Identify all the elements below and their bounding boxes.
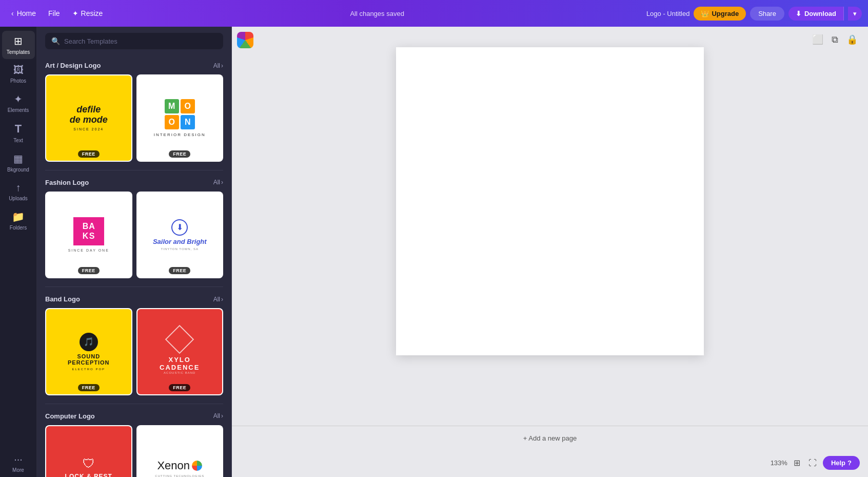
photos-icon: 🖼	[13, 64, 24, 76]
sidebar-item-more[interactable]: ··· More	[2, 449, 35, 477]
fullscreen-button[interactable]: ⛶	[806, 456, 819, 470]
sidebar-item-label: Uploads	[9, 196, 28, 201]
section-band: Band Logo All › 🎵 SOUNDPERCEPTION Electr…	[37, 289, 231, 402]
background-icon: ▦	[13, 152, 23, 165]
chevron-right-icon: ›	[221, 62, 223, 69]
section-all-computer[interactable]: All ›	[213, 412, 223, 419]
lock-button[interactable]: 🔒	[844, 32, 860, 47]
search-bar: 🔍	[37, 27, 231, 55]
free-badge: FREE	[169, 384, 190, 391]
home-button[interactable]: ‹ Home	[6, 6, 41, 21]
templates-panel: 🔍 Art / Design Logo All › defilede mode	[37, 27, 232, 477]
canvas-page	[396, 47, 704, 355]
divider	[45, 287, 223, 287]
resize-button[interactable]: ✦ Resize	[67, 6, 108, 21]
zoom-level: 133%	[771, 459, 787, 467]
canvas-area: ⬜ ⧉ 🔒 + Add a new page 133% ⊞	[232, 27, 868, 477]
free-badge: FREE	[78, 384, 100, 391]
text-icon: T	[15, 122, 22, 136]
document-title: Logo - Untitled	[646, 10, 690, 17]
free-badge: FREE	[78, 150, 100, 158]
sidebar-item-folders[interactable]: 📁 Folders	[2, 206, 35, 235]
section-title-computer: Computer Logo	[45, 412, 95, 420]
template-grid-art-design: defilede mode SINCE 2024 FREE M O O	[45, 74, 223, 162]
sidebar-item-label: More	[12, 467, 24, 473]
free-badge: FREE	[169, 150, 190, 158]
upgrade-button[interactable]: 👑 Upgrade	[694, 7, 746, 21]
chevron-right-icon: ›	[221, 296, 223, 303]
section-title-fashion: Fashion Logo	[45, 179, 89, 186]
multi-page-icon: ⧉	[832, 34, 838, 45]
sidebar-navigation: ⊞ Templates 🖼 Photos ✦ Elements T Text ▦…	[0, 27, 37, 477]
sidebar-item-background[interactable]: ▦ Bkground	[2, 148, 35, 177]
section-title-band: Band Logo	[45, 295, 80, 303]
template-card-sound[interactable]: 🎵 SOUNDPERCEPTION Electro Pop FREE	[45, 308, 132, 395]
share-button[interactable]: Share	[750, 7, 784, 21]
fullscreen-icon: ⛶	[808, 459, 817, 467]
sidebar-item-label: Text	[13, 138, 23, 143]
search-input-wrap: 🔍	[45, 33, 223, 49]
single-page-icon: ⬜	[812, 34, 823, 45]
templates-icon: ⊞	[14, 35, 23, 47]
lock-icon: 🔒	[846, 34, 858, 45]
multi-page-view-button[interactable]: ⧉	[830, 32, 840, 47]
sidebar-item-label: Bkground	[7, 167, 29, 173]
free-badge: FREE	[78, 267, 100, 274]
single-page-view-button[interactable]: ⬜	[810, 32, 825, 47]
download-button[interactable]: ⬇ Download	[788, 7, 844, 21]
top-navigation: ‹ Home File ✦ Resize All changes saved L…	[0, 0, 868, 27]
section-fashion: Fashion Logo All › B A K	[37, 173, 231, 285]
sidebar-item-templates[interactable]: ⊞ Templates	[2, 31, 35, 59]
chevron-right-icon: ›	[221, 412, 223, 419]
section-computer: Computer Logo All › 🛡 LOCK & REST FREE	[37, 406, 231, 478]
search-input[interactable]	[64, 37, 217, 45]
template-card-sailor[interactable]: ⬇ Sailor and Bright Tinyton Town, SA FRE…	[136, 192, 224, 279]
elements-icon: ✦	[14, 93, 23, 105]
section-art-design: Art / Design Logo All › defilede mode SI…	[37, 55, 231, 168]
free-badge: FREE	[169, 267, 190, 274]
more-icon: ···	[14, 453, 23, 465]
chevron-right-icon: ›	[221, 179, 223, 186]
grid-view-button[interactable]: ⊞	[792, 456, 802, 470]
canva-logo[interactable]	[237, 32, 253, 48]
add-page-button[interactable]: + Add a new page	[513, 430, 587, 446]
resize-icon: ✦	[72, 9, 78, 17]
sidebar-item-elements[interactable]: ✦ Elements	[2, 89, 35, 117]
help-button[interactable]: Help ?	[823, 456, 860, 470]
canvas-scroll-area[interactable]	[232, 27, 868, 477]
template-card-lock[interactable]: 🛡 LOCK & REST FREE	[45, 425, 132, 478]
save-status: All changes saved	[112, 10, 642, 17]
sidebar-item-label: Photos	[10, 78, 26, 84]
caret-down-icon: ▾	[853, 10, 857, 17]
template-card-defile[interactable]: defilede mode SINCE 2024 FREE	[45, 74, 132, 162]
download-icon: ⬇	[796, 10, 801, 17]
file-button[interactable]: File	[43, 6, 65, 21]
template-card-baks[interactable]: B A K S SINCE DAY ONE FREE	[45, 192, 132, 279]
sidebar-item-photos[interactable]: 🖼 Photos	[2, 60, 35, 88]
template-card-moon[interactable]: M O O N Interior Design FREE	[136, 74, 224, 162]
uploads-icon: ↑	[16, 182, 21, 194]
folders-icon: 📁	[12, 211, 25, 223]
divider	[45, 404, 223, 404]
sidebar-item-uploads[interactable]: ↑ Uploads	[2, 178, 35, 205]
chevron-left-icon: ‹	[11, 9, 14, 17]
template-card-xylo[interactable]: XYLOCADENCE Acoustic Band FREE	[136, 308, 224, 395]
grid-icon: ⊞	[794, 459, 800, 467]
template-card-xenon[interactable]: Xenon Cutting Technologies FREE	[136, 425, 224, 478]
search-icon: 🔍	[51, 37, 60, 45]
template-grid-computer: 🛡 LOCK & REST FREE Xenon Cutting	[45, 425, 223, 478]
crown-icon: 👑	[701, 10, 709, 17]
section-all-band[interactable]: All ›	[213, 296, 223, 303]
section-title-art-design: Art / Design Logo	[45, 62, 101, 69]
download-caret-button[interactable]: ▾	[848, 7, 862, 21]
template-grid-fashion: B A K S SINCE DAY ONE FREE	[45, 192, 223, 279]
sidebar-item-label: Folders	[10, 225, 27, 231]
divider	[45, 170, 223, 170]
sidebar-item-text[interactable]: T Text	[2, 118, 35, 147]
section-all-fashion[interactable]: All ›	[213, 179, 223, 186]
template-grid-band: 🎵 SOUNDPERCEPTION Electro Pop FREE XYLOC…	[45, 308, 223, 395]
question-icon: ?	[847, 459, 852, 467]
main-layout: ⊞ Templates 🖼 Photos ✦ Elements T Text ▦…	[0, 27, 868, 477]
section-all-art-design[interactable]: All ›	[213, 62, 223, 69]
canvas-bottom-right: 133% ⊞ ⛶ Help ?	[771, 456, 860, 470]
